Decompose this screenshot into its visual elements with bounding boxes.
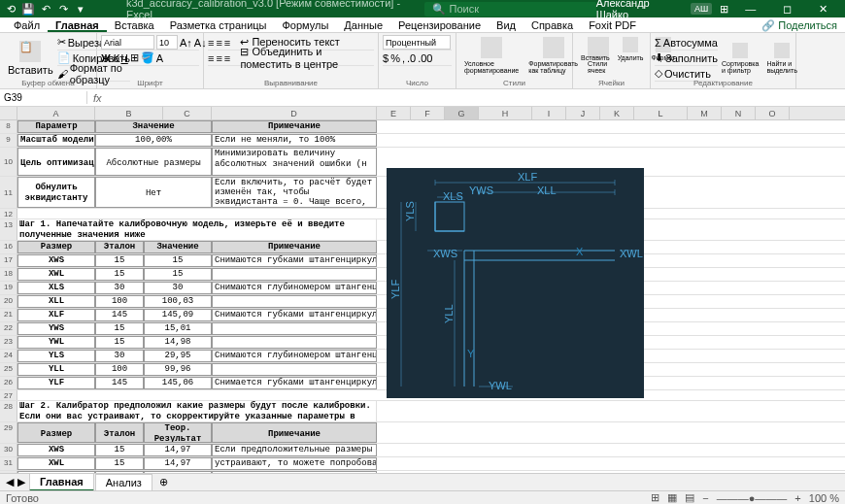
insert-cells-button[interactable]: Вставить <box>577 35 614 63</box>
zoom-slider[interactable]: ———●——— <box>717 492 788 504</box>
col-header[interactable]: D <box>212 107 377 119</box>
cell[interactable]: Цель оптимизации <box>17 148 95 176</box>
cell[interactable] <box>212 363 377 376</box>
find-button[interactable]: Найти и выделить <box>762 35 800 82</box>
row-header[interactable]: 21 <box>0 309 17 321</box>
col-header[interactable]: I <box>532 107 566 119</box>
sheet-tab-analysis[interactable]: Анализ <box>95 474 152 491</box>
view-break-icon[interactable]: ▤ <box>685 491 694 504</box>
cell[interactable]: Обнулить эквидистанту <box>17 177 95 208</box>
cell[interactable]: 30 <box>95 282 144 294</box>
sort-button[interactable]: Сортировка и фильтр <box>718 35 762 82</box>
tab-review[interactable]: Рецензирование <box>390 17 489 32</box>
cell[interactable]: 30 <box>95 350 144 362</box>
cell[interactable]: 15,01 <box>144 322 212 335</box>
cell[interactable]: XWS <box>17 444 95 456</box>
cell[interactable]: XWL <box>17 268 95 281</box>
cell[interactable]: 15 <box>95 336 144 349</box>
delete-cells-button[interactable]: Удалить <box>614 35 648 63</box>
col-header[interactable]: K <box>600 107 634 119</box>
col-header[interactable]: B <box>95 107 163 119</box>
align-bot-icon[interactable]: ≡ <box>224 37 230 49</box>
cell[interactable]: Если включить, то расчёт будет изменён т… <box>212 177 377 208</box>
col-header[interactable]: N <box>722 107 756 119</box>
cell[interactable]: YWS <box>17 322 95 335</box>
autosum-button[interactable]: Σ Автосумма <box>655 35 718 50</box>
cell[interactable]: 15 <box>95 254 144 267</box>
cell[interactable]: YLF <box>17 377 95 389</box>
zoom-out-icon[interactable]: − <box>702 492 708 504</box>
font-select[interactable] <box>101 35 154 50</box>
user-badge[interactable]: АШ <box>691 3 712 15</box>
fill-color-button[interactable]: 🪣 <box>141 51 154 64</box>
close-icon[interactable]: ✕ <box>809 3 837 16</box>
view-normal-icon[interactable]: ⊞ <box>651 491 659 504</box>
cell[interactable]: 145 <box>95 309 144 321</box>
col-header[interactable]: L <box>634 107 688 119</box>
tab-foxit[interactable]: Foxit PDF <box>581 17 644 32</box>
row-header[interactable]: 28 <box>0 401 17 421</box>
cell[interactable]: 145,09 <box>144 309 212 321</box>
paste-button[interactable]: 📋Вставить <box>4 35 57 82</box>
row-header[interactable]: 24 <box>0 350 17 362</box>
tab-data[interactable]: Данные <box>336 17 390 32</box>
col-header[interactable]: M <box>688 107 722 119</box>
row-header[interactable]: 22 <box>0 322 17 335</box>
cell[interactable]: 99,96 <box>144 363 212 376</box>
cell[interactable]: 15 <box>95 322 144 335</box>
cell[interactable]: Абсолютные размеры <box>95 148 212 176</box>
tab-formulas[interactable]: Формулы <box>274 17 336 32</box>
row-header[interactable]: 17 <box>0 254 17 267</box>
row-header[interactable]: 10 <box>0 148 17 176</box>
cell[interactable]: Эталон <box>95 422 144 443</box>
align-center-icon[interactable]: ≡ <box>216 52 221 64</box>
cell[interactable]: Нет <box>95 177 212 208</box>
cell[interactable]: YLL <box>17 363 95 376</box>
tab-insert[interactable]: Вставка <box>107 17 162 32</box>
cell[interactable]: Снимаются глубиномером штангенциркуля <box>212 350 377 362</box>
col-header[interactable]: O <box>756 107 790 119</box>
cell[interactable]: Шаг 1. Напечатайте калибровочную модель,… <box>17 219 377 240</box>
redo-icon[interactable]: ↷ <box>56 2 70 16</box>
row-header[interactable]: 27 <box>0 390 17 400</box>
percent-icon[interactable]: % <box>390 52 400 64</box>
cell[interactable]: 14,97 <box>144 457 212 470</box>
font-size-select[interactable] <box>156 35 178 50</box>
cell[interactable]: YWL <box>17 336 95 349</box>
add-sheet-icon[interactable]: ⊕ <box>153 476 174 488</box>
tab-file[interactable]: Файл <box>6 17 48 32</box>
col-header[interactable]: H <box>479 107 532 119</box>
cell[interactable]: 145,06 <box>144 377 212 389</box>
cell[interactable]: Если не меняли, то 100% <box>212 134 377 147</box>
ribbon-options-icon[interactable]: ⊞ <box>720 3 728 16</box>
cell[interactable]: Минимизировать величину абсолютных значе… <box>212 148 377 176</box>
row-header[interactable]: 19 <box>0 282 17 294</box>
cell[interactable]: XWL <box>17 457 95 470</box>
cell[interactable] <box>212 336 377 349</box>
italic-button[interactable]: К <box>113 52 118 64</box>
row-header[interactable]: 25 <box>0 363 17 376</box>
align-top-icon[interactable]: ≡ <box>208 37 214 49</box>
cell[interactable] <box>212 295 377 308</box>
cell[interactable]: Размер <box>17 422 95 443</box>
cell[interactable]: Снимается губками штангенциркуля <box>212 377 377 389</box>
comma-icon[interactable]: , <box>402 52 405 64</box>
cell[interactable]: 15 <box>95 444 144 456</box>
autosave-icon[interactable]: ⟲ <box>4 2 17 16</box>
sheet-nav-next-icon[interactable]: ▶ <box>17 476 25 488</box>
cell[interactable]: Шаг 2. Калибратор предположил какие разм… <box>17 401 377 421</box>
row-header[interactable]: 18 <box>0 268 17 281</box>
zoom-in-icon[interactable]: + <box>794 492 800 504</box>
cell[interactable]: Снимаются губками штангенциркуля <box>212 309 377 321</box>
cell[interactable] <box>212 322 377 335</box>
tab-layout[interactable]: Разметка страницы <box>162 17 275 32</box>
cell[interactable]: 100,00% <box>95 134 212 147</box>
row-header[interactable]: 9 <box>0 134 17 147</box>
cell[interactable]: Если предположительные размеры вас не <box>212 444 377 456</box>
cell[interactable]: Эталон <box>95 241 144 253</box>
row-header[interactable]: 23 <box>0 336 17 349</box>
cell[interactable]: Параметр <box>17 120 95 133</box>
cell[interactable]: XWS <box>17 254 95 267</box>
minimize-icon[interactable]: — <box>736 3 764 15</box>
underline-button[interactable]: Ч <box>120 52 127 64</box>
